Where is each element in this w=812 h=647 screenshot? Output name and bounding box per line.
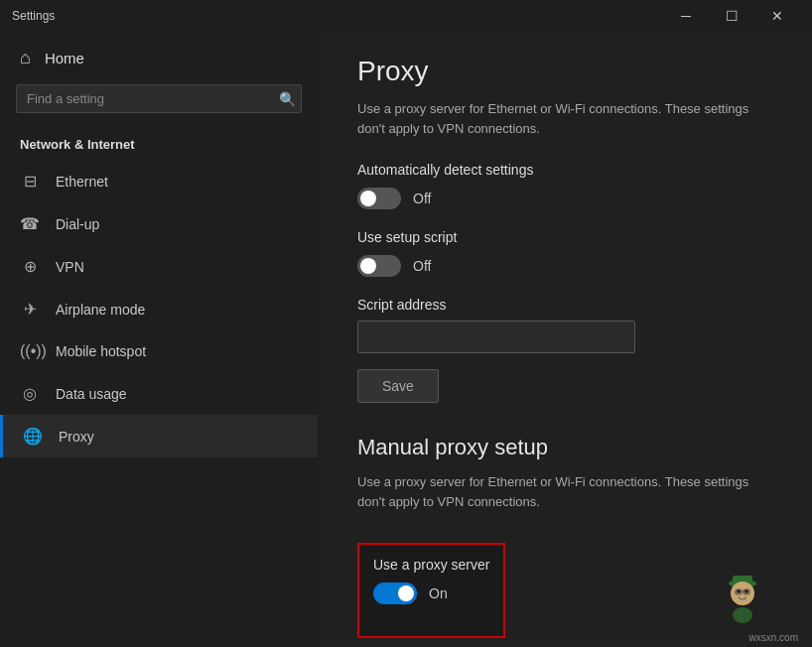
auto-detect-toggle-row: Off bbox=[357, 188, 772, 209]
search-icon[interactable]: 🔍 bbox=[279, 91, 296, 107]
save-button[interactable]: Save bbox=[357, 369, 439, 403]
mascot-image bbox=[713, 568, 772, 627]
setup-script-track[interactable] bbox=[357, 255, 401, 277]
vpn-icon: ⊕ bbox=[20, 257, 40, 276]
auto-detect-desc: Use a proxy server for Ethernet or Wi-Fi… bbox=[357, 99, 772, 138]
sidebar-home-item[interactable]: ⌂ Home bbox=[0, 32, 318, 84]
setup-script-toggle[interactable] bbox=[357, 255, 401, 277]
svg-point-8 bbox=[733, 607, 752, 623]
dialup-icon: ☎ bbox=[20, 214, 40, 233]
app-body: ⌂ Home 🔍 Network & Internet ⊟ Ethernet ☎… bbox=[0, 32, 812, 647]
sidebar-item-airplane[interactable]: ✈ Airplane mode bbox=[0, 288, 318, 330]
use-proxy-toggle-row: On bbox=[373, 582, 489, 604]
sidebar-item-label: Data usage bbox=[56, 386, 127, 402]
sidebar-section-header: Network & Internet bbox=[0, 129, 318, 160]
sidebar-item-label: Ethernet bbox=[56, 174, 108, 190]
app-title: Settings bbox=[12, 9, 663, 23]
use-proxy-highlight-box: Use a proxy server On bbox=[357, 543, 505, 638]
title-bar: Settings ─ ☐ ✕ bbox=[0, 0, 812, 32]
auto-detect-label: Automatically detect settings bbox=[357, 162, 772, 178]
use-proxy-status: On bbox=[429, 585, 448, 601]
svg-point-2 bbox=[731, 582, 754, 605]
ethernet-icon: ⊟ bbox=[20, 172, 40, 191]
maximize-button[interactable]: ☐ bbox=[709, 0, 754, 32]
auto-detect-toggle[interactable] bbox=[357, 188, 401, 209]
content-area: Proxy Use a proxy server for Ethernet or… bbox=[318, 32, 812, 647]
airplane-icon: ✈ bbox=[20, 300, 40, 319]
auto-detect-status: Off bbox=[413, 191, 431, 206]
search-input[interactable] bbox=[16, 84, 302, 113]
use-proxy-toggle[interactable] bbox=[373, 582, 417, 604]
hotspot-icon: ((•)) bbox=[20, 342, 40, 360]
sidebar-item-proxy[interactable]: 🌐 Proxy bbox=[0, 415, 318, 457]
page-title: Proxy bbox=[357, 56, 772, 87]
mascot-area bbox=[713, 568, 772, 631]
close-button[interactable]: ✕ bbox=[754, 0, 800, 32]
sidebar-item-data-usage[interactable]: ◎ Data usage bbox=[0, 372, 318, 415]
sidebar-item-dialup[interactable]: ☎ Dial-up bbox=[0, 202, 318, 245]
use-proxy-label: Use a proxy server bbox=[373, 557, 489, 573]
auto-detect-thumb bbox=[360, 191, 376, 206]
sidebar-item-label: Mobile hotspot bbox=[56, 343, 146, 359]
use-proxy-track[interactable] bbox=[373, 582, 417, 604]
use-proxy-thumb bbox=[398, 585, 414, 601]
setup-script-toggle-row: Off bbox=[357, 255, 772, 277]
sidebar-item-label: Proxy bbox=[59, 429, 94, 445]
sidebar-item-vpn[interactable]: ⊕ VPN bbox=[0, 245, 318, 288]
setup-script-thumb bbox=[360, 258, 376, 274]
auto-detect-track[interactable] bbox=[357, 188, 401, 209]
sidebar-item-label: Airplane mode bbox=[56, 302, 145, 318]
window-controls: ─ ☐ ✕ bbox=[663, 0, 800, 32]
data-usage-icon: ◎ bbox=[20, 384, 40, 403]
sidebar: ⌂ Home 🔍 Network & Internet ⊟ Ethernet ☎… bbox=[0, 32, 318, 647]
manual-proxy-desc: Use a proxy server for Ethernet or Wi-Fi… bbox=[357, 472, 772, 511]
setup-script-status: Off bbox=[413, 258, 431, 274]
home-icon: ⌂ bbox=[20, 48, 31, 68]
script-address-label: Script address bbox=[357, 297, 772, 313]
sidebar-item-ethernet[interactable]: ⊟ Ethernet bbox=[0, 160, 318, 202]
sidebar-item-hotspot[interactable]: ((•)) Mobile hotspot bbox=[0, 330, 318, 372]
setup-script-label: Use setup script bbox=[357, 229, 772, 245]
proxy-icon: 🌐 bbox=[23, 427, 43, 446]
manual-proxy-title: Manual proxy setup bbox=[357, 435, 772, 460]
sidebar-item-label: VPN bbox=[56, 259, 84, 275]
watermark: wxsxn.com bbox=[749, 632, 798, 643]
script-address-input[interactable] bbox=[357, 321, 635, 353]
home-label: Home bbox=[45, 50, 84, 66]
search-box: 🔍 bbox=[16, 84, 302, 113]
sidebar-item-label: Dial-up bbox=[56, 216, 99, 232]
minimize-button[interactable]: ─ bbox=[663, 0, 709, 32]
